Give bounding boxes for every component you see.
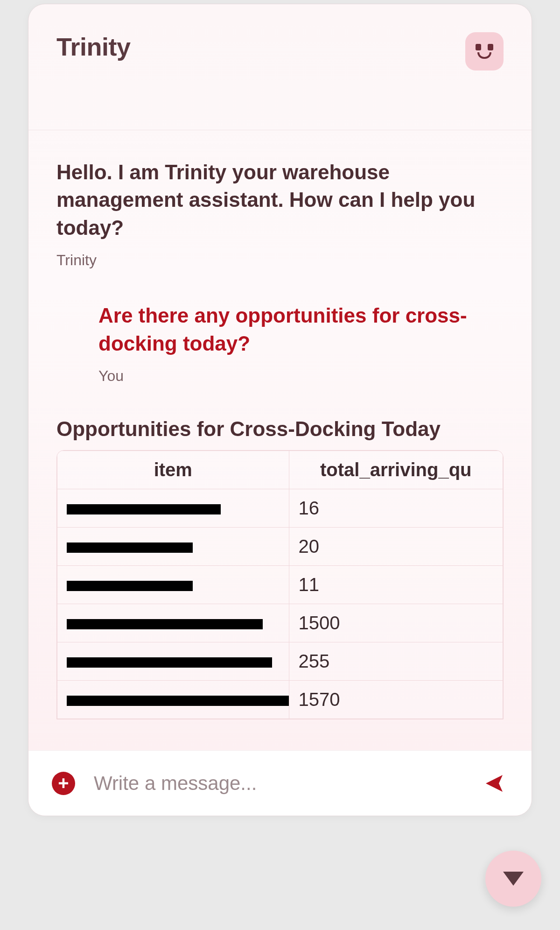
assistant-message-text: Hello. I am Trinity your warehouse manag… [56, 158, 504, 241]
table-cell-item [57, 489, 289, 527]
assistant-message: Hello. I am Trinity your warehouse manag… [56, 158, 504, 269]
table-row: 255 [57, 642, 503, 680]
table-row: 11 [57, 565, 503, 604]
result-title: Opportunities for Cross-Docking Today [56, 417, 504, 441]
redacted-item-text [67, 504, 221, 514]
table-row: 1570 [57, 680, 503, 719]
collapse-chat-button[interactable] [485, 851, 541, 907]
assistant-avatar-icon [465, 32, 504, 70]
table-cell-qty: 1500 [289, 604, 503, 642]
chat-composer: + [28, 750, 532, 816]
result-block: Opportunities for Cross-Docking Today it… [56, 417, 504, 719]
redacted-item-text [67, 696, 289, 706]
chat-header: Trinity [28, 4, 532, 130]
plus-icon: + [58, 773, 69, 794]
table-cell-item [57, 642, 289, 680]
redacted-item-text [67, 619, 263, 629]
add-attachment-button[interactable]: + [52, 772, 75, 795]
send-icon [483, 772, 505, 795]
chat-title: Trinity [56, 32, 131, 61]
user-message-text: Are there any opportunities for cross-do… [98, 302, 504, 357]
table-cell-item [57, 565, 289, 604]
chat-window: Trinity Hello. I am Trinity your warehou… [28, 4, 532, 816]
message-input[interactable] [94, 772, 462, 795]
table-cell-item [57, 527, 289, 565]
table-header-qty: total_arriving_qu [289, 451, 503, 489]
table-cell-qty: 255 [289, 642, 503, 680]
user-message: Are there any opportunities for cross-do… [56, 302, 504, 385]
table-cell-qty: 1570 [289, 680, 503, 719]
table-row: 20 [57, 527, 503, 565]
table-row: 16 [57, 489, 503, 527]
table-row: 1500 [57, 604, 503, 642]
table-cell-qty: 20 [289, 527, 503, 565]
redacted-item-text [67, 581, 193, 591]
table-cell-item [57, 680, 289, 719]
table-header-item: item [57, 451, 289, 489]
send-button[interactable] [480, 772, 508, 795]
table-cell-qty: 11 [289, 565, 503, 604]
user-message-sender: You [98, 367, 504, 385]
table-cell-qty: 16 [289, 489, 503, 527]
assistant-message-sender: Trinity [56, 252, 504, 269]
redacted-item-text [67, 542, 193, 553]
chevron-down-icon [503, 872, 524, 886]
result-table: item total_arriving_qu 16201115002551570 [56, 450, 504, 719]
chat-body[interactable]: Hello. I am Trinity your warehouse manag… [28, 130, 532, 750]
table-cell-item [57, 604, 289, 642]
redacted-item-text [67, 657, 272, 668]
